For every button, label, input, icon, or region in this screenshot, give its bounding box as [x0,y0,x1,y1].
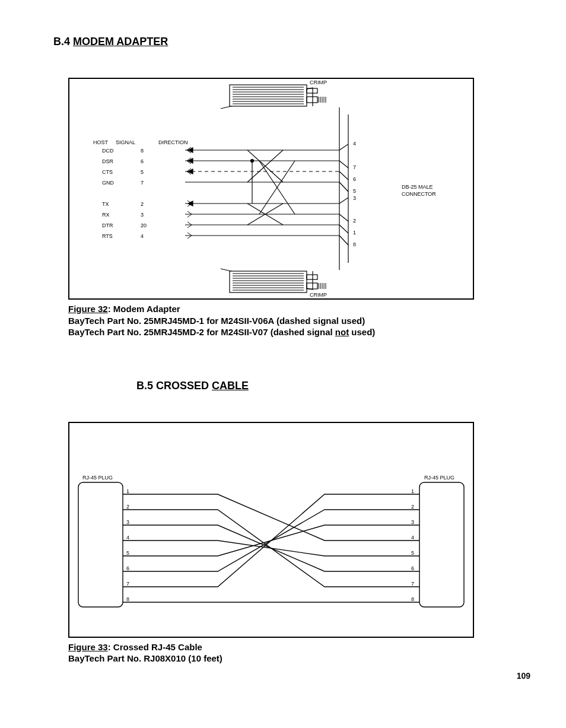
crossed-cable-svg: RJ-45 PLUG RJ-45 PLUG 1 2 3 4 5 6 7 8 1 … [69,423,473,637]
svg-rect-78 [419,482,464,607]
figure33-caption: Figure 33: Crossed RJ-45 Cable BayTech P… [68,641,530,665]
svg-text:CTS: CTS [102,169,113,175]
section-b5-heading: B.5 CROSSED CABLE [136,380,530,392]
db25-label: DB-25 MALE [402,184,433,190]
svg-text:7: 7 [353,164,356,170]
svg-text:7: 7 [411,581,414,587]
svg-line-45 [339,144,348,150]
svg-text:8: 8 [141,148,144,154]
svg-text:DTR: DTR [102,222,113,228]
host-signal-label2: SIGNAL [116,139,135,145]
svg-rect-16 [230,271,307,293]
diagram-modem-adapter: CRIMP CRIMP HOST SIGNAL DIRECTION DB-25 … [68,78,474,300]
direction-label: DIRECTION [158,139,188,145]
svg-rect-77 [78,482,123,607]
crimp-bot: CRIMP [310,292,327,298]
svg-text:20: 20 [141,222,147,228]
svg-text:DCD: DCD [102,148,114,154]
svg-text:2: 2 [411,504,414,510]
svg-text:2: 2 [141,201,144,207]
b4-underline: MODEM ADAPTER [73,36,168,47]
svg-text:GND: GND [102,180,115,186]
svg-text:RJ-45 PLUG: RJ-45 PLUG [424,475,454,481]
svg-text:2: 2 [126,504,129,510]
svg-line-51 [339,225,348,233]
svg-text:1: 1 [353,230,356,236]
svg-line-48 [339,182,348,192]
fig33-title: : Crossed RJ-45 Cable [108,642,202,652]
fig32-label: Figure 32 [68,304,108,314]
page-number: 109 [517,671,530,681]
svg-rect-26 [307,283,317,289]
svg-text:1: 1 [126,488,129,494]
svg-text:7: 7 [141,180,144,186]
svg-text:4: 4 [126,535,129,541]
svg-text:5: 5 [126,550,129,556]
svg-text:RX: RX [102,212,110,218]
svg-text:4: 4 [411,535,414,541]
fig32-title: : Modem Adapter [108,304,180,314]
svg-text:6: 6 [141,158,144,164]
figure32-caption: Figure 32: Modem Adapter BayTech Part No… [68,303,530,338]
svg-text:3: 3 [141,212,144,218]
b5-underline: CABLE [212,380,249,392]
svg-text:2: 2 [353,218,356,224]
svg-text:4: 4 [353,141,356,147]
svg-text:3: 3 [126,519,129,525]
svg-text:TX: TX [102,201,109,207]
page-root: B.4 MODEM ADAPTER [0,0,566,728]
svg-text:3: 3 [353,195,356,201]
fig32-sub1: BayTech Part No. 25MRJ45MD-1 for M24SII-… [68,315,530,327]
svg-rect-10 [307,97,317,103]
svg-text:6: 6 [126,565,129,571]
host-signal-label: HOST [93,139,109,145]
svg-text:RJ-45 PLUG: RJ-45 PLUG [82,475,113,481]
svg-text:7: 7 [126,581,129,587]
svg-text:1: 1 [411,488,414,494]
modem-adapter-svg: CRIMP CRIMP HOST SIGNAL DIRECTION DB-25 … [69,79,473,298]
b4-prefix: B.4 [53,36,70,47]
svg-rect-25 [307,275,317,279]
fig33-sub1: BayTech Part No. RJ08X010 (10 feet) [68,653,530,665]
svg-text:8: 8 [411,596,414,602]
svg-text:8: 8 [353,241,356,247]
crimp-top: CRIMP [310,80,327,85]
section-b4-heading: B.4 MODEM ADAPTER [53,36,530,48]
svg-line-46 [339,161,348,168]
svg-text:4: 4 [141,233,144,239]
svg-text:8: 8 [126,596,129,602]
svg-text:6: 6 [353,176,356,182]
svg-text:RTS: RTS [102,233,113,239]
diagram-crossed-cable: RJ-45 PLUG RJ-45 PLUG 1 2 3 4 5 6 7 8 1 … [68,422,474,638]
svg-text:5: 5 [141,169,144,175]
svg-rect-0 [230,85,307,106]
fig33-label: Figure 33 [68,642,108,652]
db25-label2: CONNECTOR [402,191,436,197]
svg-line-50 [339,214,348,221]
svg-text:5: 5 [353,188,356,194]
svg-text:3: 3 [411,519,414,525]
svg-line-49 [339,198,348,204]
svg-text:5: 5 [411,550,414,556]
svg-line-52 [339,236,348,245]
svg-text:6: 6 [411,565,414,571]
fig32-sub2: BayTech Part No. 25MRJ45MD-2 for M24SII-… [68,326,530,338]
svg-line-47 [339,171,348,180]
svg-text:DSR: DSR [102,158,114,164]
b5-prefix: B.5 CROSSED [136,380,212,392]
